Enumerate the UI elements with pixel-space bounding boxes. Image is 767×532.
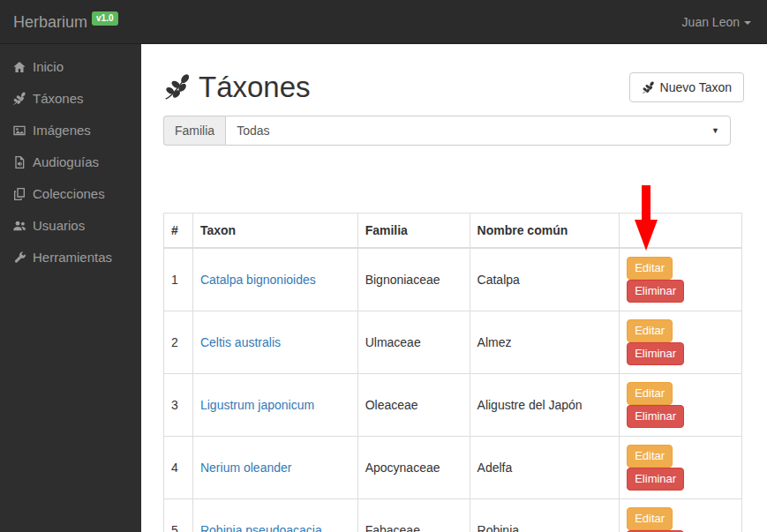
taxon-link[interactable]: Nerium oleander — [200, 461, 292, 475]
chevron-down-icon — [744, 21, 751, 25]
taxa-table: # Taxon Familia Nombre común 1 Catalpa b… — [163, 213, 742, 532]
sidebar-item-usuarios[interactable]: Usuarios — [0, 210, 141, 242]
header-actions — [620, 214, 742, 249]
familia-filter-group: Familia Todas ▼ — [163, 116, 731, 146]
actions-cell: Editar Eliminar — [620, 248, 742, 311]
home-icon — [12, 60, 26, 74]
sidebar-item-herramientas[interactable]: Herramientas — [0, 242, 141, 273]
taxon-cell: Robinia pseudoacacia — [192, 499, 357, 532]
row-number-cell: 5 — [164, 499, 193, 532]
nombre-comun-cell: Robinia — [470, 499, 620, 532]
table-row: 3 Ligustrum japonicum Oleaceae Aligustre… — [164, 374, 742, 437]
nombre-comun-cell: Aligustre del Japón — [470, 374, 620, 437]
sidebar-item-label: Herramientas — [33, 249, 112, 266]
taxa-table-header-row: # Taxon Familia Nombre común — [164, 214, 742, 249]
edit-button[interactable]: Editar — [627, 507, 673, 530]
header-familia: Familia — [357, 214, 470, 249]
familia-cell: Bignoniaceae — [357, 248, 470, 311]
nombre-comun-cell: Adelfa — [470, 437, 620, 499]
main-content: Táxones Nuevo Taxon Familia Todas ▼ # Ta… — [141, 44, 767, 532]
new-taxon-button[interactable]: Nuevo Taxon — [629, 72, 744, 102]
sidebar-item-label: Colecciones — [33, 185, 105, 203]
user-menu[interactable]: Juan Leon — [666, 15, 767, 29]
delete-button[interactable]: Eliminar — [627, 342, 684, 365]
row-number-cell: 2 — [164, 311, 193, 374]
header-num: # — [164, 214, 193, 249]
sidebar-item-label: Inicio — [33, 58, 64, 76]
table-row: 2 Celtis australis Ulmaceae Almez Editar… — [164, 311, 742, 374]
edit-button[interactable]: Editar — [627, 382, 673, 405]
sidebar-item-label: Audioguías — [33, 154, 99, 171]
actions-cell: Editar Eliminar — [620, 311, 742, 374]
app-brand-label: Herbarium — [13, 13, 87, 31]
row-number-cell: 3 — [164, 374, 193, 437]
page-title: Táxones — [163, 71, 311, 104]
sidebar-item-label: Usuarios — [33, 217, 85, 235]
taxon-cell: Celtis australis — [192, 311, 357, 374]
actions-cell: Editar Eliminar — [620, 437, 742, 499]
image-icon — [12, 124, 26, 138]
delete-button[interactable]: Eliminar — [627, 468, 684, 491]
taxon-cell: Ligustrum japonicum — [192, 374, 357, 437]
sidebar-item-imágenes[interactable]: Imágenes — [0, 115, 141, 146]
edit-button[interactable]: Editar — [627, 445, 673, 468]
header-nombre-comun: Nombre común — [470, 214, 620, 249]
taxon-link[interactable]: Ligustrum japonicum — [200, 398, 314, 412]
familia-select-value: Todas — [237, 122, 269, 139]
taxon-cell: Catalpa bignonioides — [192, 248, 357, 311]
top-navbar: Herbariumv1.0 Juan Leon — [0, 0, 767, 44]
table-row: 1 Catalpa bignonioides Bignoniaceae Cata… — [164, 248, 742, 311]
familia-select[interactable]: Todas ▼ — [225, 116, 731, 146]
nombre-comun-cell: Almez — [470, 311, 620, 374]
table-row: 4 Nerium oleander Apocynaceae Adelfa Edi… — [164, 437, 742, 499]
users-icon — [12, 219, 26, 233]
row-number-cell: 1 — [164, 248, 193, 311]
nombre-comun-cell: Catalpa — [470, 248, 620, 311]
edit-button[interactable]: Editar — [627, 319, 673, 342]
sidebar: Inicio Táxones Imágenes Audioguías Colec… — [0, 44, 141, 532]
page-title-label: Táxones — [199, 71, 311, 104]
familia-filter-label: Familia — [163, 116, 225, 146]
taxon-link[interactable]: Celtis australis — [200, 335, 281, 349]
sidebar-item-audioguías[interactable]: Audioguías — [0, 146, 141, 178]
actions-cell: Editar Eliminar — [620, 374, 742, 437]
leaf-icon — [642, 81, 655, 94]
wrench-icon — [12, 251, 26, 265]
sidebar-item-label: Táxones — [33, 90, 84, 108]
app-brand[interactable]: Herbariumv1.0 — [0, 11, 132, 32]
version-badge: v1.0 — [92, 11, 117, 26]
taxa-table-body: 1 Catalpa bignonioides Bignoniaceae Cata… — [164, 248, 742, 532]
sidebar-item-inicio[interactable]: Inicio — [0, 51, 141, 83]
leaf-icon — [163, 73, 192, 101]
sidebar-item-táxones[interactable]: Táxones — [0, 83, 141, 115]
title-row: Táxones Nuevo Taxon — [163, 71, 744, 104]
taxon-link[interactable]: Robinia pseudoacacia — [200, 523, 322, 532]
new-taxon-button-label: Nuevo Taxon — [660, 79, 732, 95]
header-taxon: Taxon — [192, 214, 357, 249]
leaf-icon — [12, 92, 26, 106]
taxon-cell: Nerium oleander — [192, 437, 357, 499]
familia-cell: Ulmaceae — [357, 311, 470, 374]
sidebar-item-colecciones[interactable]: Colecciones — [0, 178, 141, 210]
taxa-table-head: # Taxon Familia Nombre común — [164, 214, 742, 249]
taxon-link[interactable]: Catalpa bignonioides — [200, 273, 316, 287]
table-row: 5 Robinia pseudoacacia Fabaceae Robinia … — [164, 499, 742, 532]
delete-button[interactable]: Eliminar — [627, 405, 684, 428]
familia-cell: Oleaceae — [357, 374, 470, 437]
familia-cell: Fabaceae — [357, 499, 470, 532]
actions-cell: Editar Eliminar — [620, 499, 742, 532]
edit-button[interactable]: Editar — [627, 257, 673, 280]
sidebar-item-label: Imágenes — [33, 122, 91, 139]
familia-cell: Apocynaceae — [357, 437, 470, 499]
audio-file-icon — [12, 155, 26, 169]
row-number-cell: 4 — [164, 437, 193, 499]
delete-button[interactable]: Eliminar — [627, 280, 684, 303]
user-menu-label: Juan Leon — [682, 15, 740, 29]
select-arrow-icon: ▼ — [711, 122, 719, 139]
collections-icon — [12, 187, 26, 201]
